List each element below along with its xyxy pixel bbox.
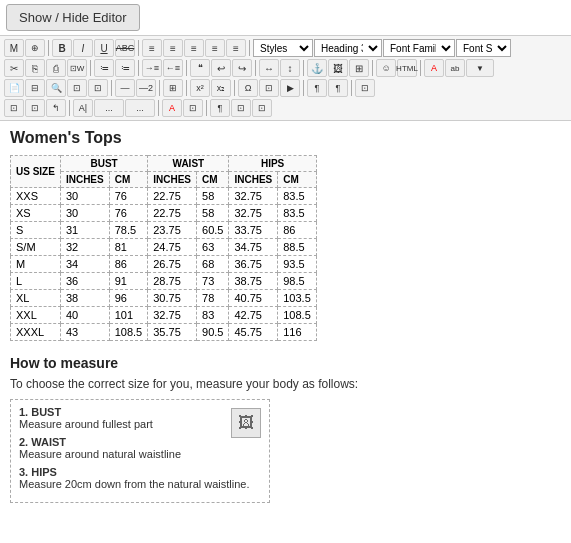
table-row: XXL 40 101 32.75 83 42.75 108.5 (11, 307, 317, 324)
toolbar-unlink-btn[interactable]: ↕ (280, 59, 300, 77)
toolbar-smiley-btn[interactable]: ☺ (376, 59, 396, 77)
toolbar-font-name-field[interactable]: ... (125, 99, 155, 117)
toolbar-fontcolor-btn[interactable]: A (424, 59, 444, 77)
bust-in-cell: 31 (60, 222, 109, 239)
toolbar-ol-btn[interactable]: ≔ (94, 59, 114, 77)
toolbar-anchor-btn[interactable]: ⚓ (307, 59, 327, 77)
font-family-select[interactable]: Font Family (383, 39, 455, 57)
measure-item-desc: Measure 20cm down from the natural waist… (19, 478, 261, 490)
toolbar-row-1: M ⊕ B I U ABC ≡ ≡ ≡ ≡ ≡ Styles Heading 3… (4, 38, 567, 58)
toolbar-resize-btn[interactable]: ⊡ (252, 99, 272, 117)
size-cell: XXXL (11, 324, 61, 341)
bust-cm-cell: 76 (109, 205, 148, 222)
toolbar-align-right-btn[interactable]: ≡ (184, 39, 204, 57)
toolbar-align-left-btn[interactable]: ≡ (142, 39, 162, 57)
toolbar-paragraph-btn[interactable]: ¶ (210, 99, 230, 117)
toolbar-hr-btn[interactable]: — (115, 79, 135, 97)
toolbar-subscript-btn[interactable]: x₂ (211, 79, 231, 97)
font-size-select[interactable]: Font Size (456, 39, 511, 57)
toolbar-more-btn[interactable]: ▼ (466, 59, 494, 77)
toolbar-strikethrough-btn[interactable]: ABC (115, 39, 135, 57)
heading-select[interactable]: Heading 3 (314, 39, 382, 57)
toolbar-maximize-btn[interactable]: ⊡ (355, 79, 375, 97)
waist-in-cell: 30.75 (148, 290, 197, 307)
toolbar-templates-btn[interactable]: ⊟ (25, 79, 45, 97)
toolbar-word-count-btn[interactable]: ⊡ (231, 99, 251, 117)
toolbar-font-size-field[interactable]: ... (94, 99, 124, 117)
toolbar-char-map-btn[interactable]: Ω (238, 79, 258, 97)
toolbar-m-btn[interactable]: M (4, 39, 24, 57)
toolbar-block-btn[interactable]: ≡ (226, 39, 246, 57)
toolbar-bgcolor-btn[interactable]: ab (445, 59, 465, 77)
how-to-measure-title: How to measure (10, 355, 561, 371)
waist-cm-header: CM (197, 172, 229, 188)
toolbar-html-btn[interactable]: HTML (397, 59, 417, 77)
toolbar-form-btn[interactable]: ⊡ (259, 79, 279, 97)
toolbar-cut-btn[interactable]: ✂ (4, 59, 24, 77)
toolbar-sep-14 (234, 80, 235, 96)
toolbar-pagebreak-btn[interactable]: —2 (136, 79, 156, 97)
hips-cm-cell: 116 (278, 324, 317, 341)
hips-cm-cell: 83.5 (278, 205, 317, 222)
toolbar-underline-btn[interactable]: U (94, 39, 114, 57)
waist-in-cell: 22.75 (148, 205, 197, 222)
toolbar-preview-btn[interactable]: ⊡ (25, 99, 45, 117)
toolbar-row-3: 📄 ⊟ 🔍 ⊡ ⊡ — —2 ⊞ x² x₂ Ω ⊡ ▶ ¶ ¶ ⊡ (4, 78, 567, 98)
styles-select[interactable]: Styles (253, 39, 313, 57)
toolbar-highlight-btn[interactable]: ⊡ (183, 99, 203, 117)
waist-cm-cell: 78 (197, 290, 229, 307)
hips-col-header: HIPS (229, 156, 316, 172)
toolbar-copy-btn[interactable]: ⎘ (25, 59, 45, 77)
hips-cm-cell: 88.5 (278, 239, 317, 256)
toolbar-bold-btn[interactable]: B (52, 39, 72, 57)
hips-in-cell: 32.75 (229, 205, 278, 222)
toolbar-new-doc-btn[interactable]: 📄 (4, 79, 24, 97)
bust-cm-cell: 96 (109, 290, 148, 307)
size-cell: S/M (11, 239, 61, 256)
show-hide-editor-button[interactable]: Show / Hide Editor (6, 4, 140, 31)
toolbar-source-btn[interactable]: ⊡ (4, 99, 24, 117)
toolbar-indent-btn[interactable]: →≡ (142, 59, 162, 77)
toolbar-undo2-btn[interactable]: ↰ (46, 99, 66, 117)
toolbar-align-justify-btn[interactable]: ≡ (205, 39, 225, 57)
hips-inches-header: INCHES (229, 172, 278, 188)
toolbar-italic-btn[interactable]: I (73, 39, 93, 57)
toolbar-outdent-btn[interactable]: ←≡ (163, 59, 183, 77)
toolbar-text-color-btn[interactable]: A (162, 99, 182, 117)
toolbar-search-btn[interactable]: 🔍 (46, 79, 66, 97)
toolbar-sep-19 (206, 100, 207, 116)
toolbar-show-invisible-btn[interactable]: ¶ (328, 79, 348, 97)
toolbar-link-btn[interactable]: ↔ (259, 59, 279, 77)
toolbar-ul-btn[interactable]: ≔ (115, 59, 135, 77)
toolbar-insert-col-btn[interactable]: A| (73, 99, 93, 117)
toolbar-sep-10 (420, 60, 421, 76)
toolbar-align-center-btn[interactable]: ≡ (163, 39, 183, 57)
toolbar-paste-btn[interactable]: ⎙ (46, 59, 66, 77)
measure-item-desc: Measure around natural waistline (19, 448, 261, 460)
hips-in-cell: 38.75 (229, 273, 278, 290)
bust-cm-cell: 86 (109, 256, 148, 273)
toolbar-spellcheck-btn[interactable]: ⊡ (88, 79, 108, 97)
toolbar-superscript-btn[interactable]: x² (190, 79, 210, 97)
toolbar-omega-btn[interactable]: ⊕ (25, 39, 45, 57)
toolbar-blockquote-btn[interactable]: ❝ (190, 59, 210, 77)
toolbar-table2-btn[interactable]: ⊞ (163, 79, 183, 97)
waist-cm-cell: 73 (197, 273, 229, 290)
size-cell: L (11, 273, 61, 290)
hips-in-cell: 33.75 (229, 222, 278, 239)
table-row: XL 38 96 30.75 78 40.75 103.5 (11, 290, 317, 307)
toolbar-media-btn[interactable]: ▶ (280, 79, 300, 97)
hips-cm-cell: 86 (278, 222, 317, 239)
toolbar-replace-btn[interactable]: ⊡ (67, 79, 87, 97)
toolbar-show-blocks-btn[interactable]: ¶ (307, 79, 327, 97)
toolbar-undo-btn[interactable]: ↩ (211, 59, 231, 77)
toolbar-sep-5 (138, 60, 139, 76)
waist-in-cell: 26.75 (148, 256, 197, 273)
toolbar-redo-btn[interactable]: ↪ (232, 59, 252, 77)
hips-in-cell: 40.75 (229, 290, 278, 307)
hips-cm-cell: 83.5 (278, 188, 317, 205)
toolbar-table-btn[interactable]: ⊞ (349, 59, 369, 77)
toolbar-paste-word-btn[interactable]: ⊡W (67, 59, 87, 77)
toolbar-image-btn[interactable]: 🖼 (328, 59, 348, 77)
bust-col-header: BUST (60, 156, 147, 172)
